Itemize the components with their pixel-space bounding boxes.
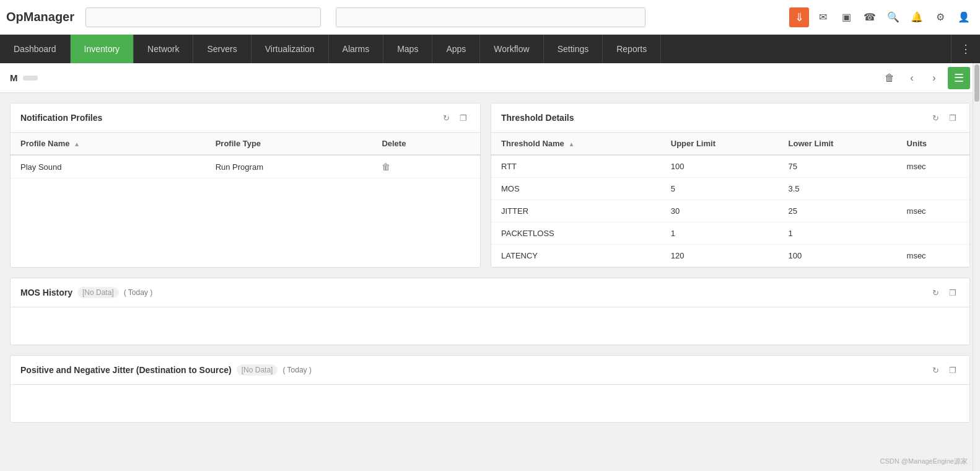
- table-row: JITTER 30 25 msec: [491, 200, 969, 222]
- col-lower-limit: Lower Limit: [779, 133, 897, 155]
- sort-arrow-threshold: ▲: [568, 141, 574, 147]
- threshold-details-table: Threshold Name ▲ Upper Limit Lower Limit…: [491, 133, 969, 267]
- mos-history-title: MOS History: [20, 288, 72, 297]
- menu-green-button[interactable]: ☰: [948, 67, 970, 89]
- expand-notif-icon[interactable]: ❐: [457, 111, 470, 125]
- mos-history-actions: ↻ ❐: [929, 286, 960, 299]
- threshold-details-actions: ↻ ❐: [929, 111, 960, 125]
- download-icon[interactable]: ⇓: [789, 7, 809, 27]
- scrollbar-thumb: [974, 64, 979, 102]
- col-profile-type: Profile Type: [206, 133, 372, 155]
- nav-network[interactable]: Network: [134, 35, 193, 63]
- refresh-notif-icon[interactable]: ↻: [439, 111, 453, 125]
- table-row: LATENCY 120 100 msec: [491, 245, 969, 267]
- nav-more[interactable]: ⋮: [951, 35, 980, 63]
- rocket-icon[interactable]: ✉: [813, 7, 833, 27]
- upper-limit-cell: 1: [661, 222, 779, 245]
- profile-name-cell: Play Sound: [11, 155, 206, 178]
- app-logo: OpManager: [6, 10, 74, 24]
- upper-limit-cell: 100: [661, 155, 779, 178]
- jitter-panel: Positive and Negative Jitter (Destinatio…: [10, 355, 970, 423]
- search-input-right[interactable]: [336, 7, 645, 27]
- col-profile-name: Profile Name ▲: [11, 133, 206, 155]
- expand-mos-icon[interactable]: ❐: [946, 286, 960, 299]
- right-scrollbar[interactable]: [973, 63, 980, 471]
- mos-history-header: MOS History [No Data] ( Today ) ↻ ❐: [11, 278, 969, 307]
- nav-virtualization[interactable]: Virtualization: [252, 35, 329, 63]
- table-row: RTT 100 75 msec: [491, 155, 969, 178]
- delete-cell: 🗑: [372, 155, 480, 178]
- nav-servers[interactable]: Servers: [193, 35, 251, 63]
- mos-date-label: ( Today ): [124, 288, 152, 297]
- jitter-date-label: ( Today ): [282, 366, 311, 374]
- jitter-no-data-badge: [No Data]: [237, 364, 278, 376]
- expand-threshold-icon[interactable]: ❐: [946, 111, 960, 125]
- user-icon[interactable]: 👤: [954, 7, 974, 27]
- delete-row-icon[interactable]: 🗑: [382, 162, 390, 172]
- threshold-details-panel: Threshold Details ↻ ❐ Threshold Name ▲ U…: [491, 103, 970, 268]
- upper-limit-cell: 5: [661, 178, 779, 200]
- nav-workflow[interactable]: Workflow: [480, 35, 543, 63]
- table-row: MOS 5 3.5: [491, 178, 969, 200]
- mos-history-body: [11, 307, 969, 345]
- search-input-left[interactable]: [85, 7, 321, 27]
- nav-alarms[interactable]: Alarms: [329, 35, 384, 63]
- col-upper-limit: Upper Limit: [661, 133, 779, 155]
- lower-limit-cell: 1: [779, 222, 897, 245]
- headset-icon[interactable]: ☎: [860, 7, 880, 27]
- back-icon[interactable]: ‹: [903, 69, 921, 87]
- bell-icon[interactable]: 🔔: [907, 7, 927, 27]
- refresh-mos-icon[interactable]: ↻: [929, 286, 942, 299]
- table-row: PACKETLOSS 1 1: [491, 222, 969, 245]
- jitter-body: [11, 385, 969, 422]
- lower-limit-cell: 25: [779, 200, 897, 222]
- monitor-icon[interactable]: ▣: [836, 7, 856, 27]
- notification-profiles-title: Notification Profiles: [20, 113, 102, 123]
- notification-profiles-table: Profile Name ▲ Profile Type Delete Play …: [11, 133, 480, 178]
- page-header-tab[interactable]: [23, 76, 38, 81]
- main-content: Notification Profiles ↻ ❐ Profile Name ▲…: [0, 93, 980, 433]
- jitter-header: Positive and Negative Jitter (Destinatio…: [11, 356, 969, 385]
- sort-arrow-profile-name: ▲: [74, 141, 80, 147]
- settings-icon[interactable]: ⚙: [930, 7, 950, 27]
- jitter-actions: ↻ ❐: [929, 363, 960, 377]
- expand-jitter-icon[interactable]: ❐: [946, 363, 960, 377]
- watermark: CSDN @ManageEngine源家: [880, 457, 968, 466]
- units-cell: [897, 222, 969, 245]
- lower-limit-cell: 3.5: [779, 178, 897, 200]
- threshold-name-cell: LATENCY: [491, 245, 661, 267]
- jitter-title: Positive and Negative Jitter (Destinatio…: [20, 365, 232, 375]
- panels-row-top: Notification Profiles ↻ ❐ Profile Name ▲…: [10, 103, 970, 268]
- mos-no-data-badge: [No Data]: [77, 287, 119, 298]
- col-threshold-name: Threshold Name ▲: [491, 133, 661, 155]
- refresh-jitter-icon[interactable]: ↻: [929, 363, 942, 377]
- delete-header-icon[interactable]: 🗑: [881, 69, 898, 87]
- threshold-name-cell: RTT: [491, 155, 661, 178]
- upper-limit-cell: 120: [661, 245, 779, 267]
- nav-reports[interactable]: Reports: [603, 35, 661, 63]
- notification-profiles-actions: ↻ ❐: [439, 111, 470, 125]
- lower-limit-cell: 100: [779, 245, 897, 267]
- page-header: M 🗑 ‹ › ☰: [0, 63, 980, 93]
- top-bar: OpManager ⇓ ✉ ▣ ☎ 🔍 🔔 ⚙ 👤: [0, 0, 980, 35]
- units-cell: msec: [897, 200, 969, 222]
- col-units: Units: [897, 133, 969, 155]
- search-icon[interactable]: 🔍: [883, 7, 903, 27]
- refresh-threshold-icon[interactable]: ↻: [929, 111, 942, 125]
- threshold-name-cell: MOS: [491, 178, 661, 200]
- nav-maps[interactable]: Maps: [383, 35, 432, 63]
- nav-inventory[interactable]: Inventory: [71, 35, 134, 63]
- forward-icon[interactable]: ›: [925, 69, 943, 87]
- profile-type-cell: Run Program: [206, 155, 372, 178]
- col-delete: Delete: [372, 133, 480, 155]
- top-bar-icons: ⇓ ✉ ▣ ☎ 🔍 🔔 ⚙ 👤: [789, 7, 974, 27]
- nav-dashboard[interactable]: Dashboard: [0, 35, 71, 63]
- nav-apps[interactable]: Apps: [432, 35, 480, 63]
- threshold-name-cell: JITTER: [491, 200, 661, 222]
- nav-settings[interactable]: Settings: [544, 35, 603, 63]
- units-cell: msec: [897, 245, 969, 267]
- notification-profiles-header: Notification Profiles ↻ ❐: [11, 103, 480, 133]
- threshold-details-title: Threshold Details: [501, 113, 574, 123]
- lower-limit-cell: 75: [779, 155, 897, 178]
- page-title: M: [10, 73, 18, 83]
